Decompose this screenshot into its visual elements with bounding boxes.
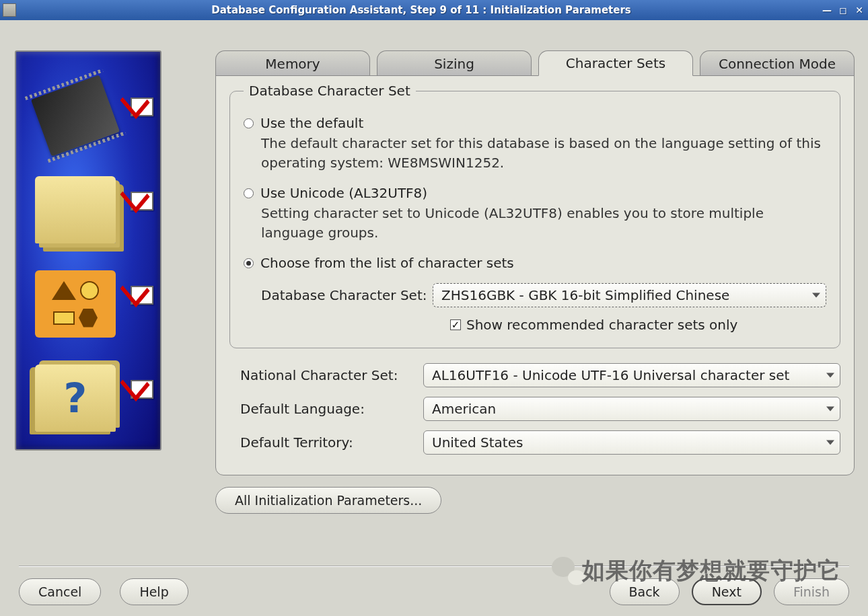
- step-check-icon: [131, 380, 153, 399]
- database-character-set-group: Database Character Set Use the default T…: [229, 83, 840, 348]
- db-charset-select[interactable]: ZHS16GBK - GBK 16-bit Simplified Chinese: [433, 283, 826, 307]
- default-territory-value: United States: [432, 434, 523, 451]
- radio-use-unicode-label: Use Unicode (AL32UTF8): [260, 185, 427, 201]
- radio-use-default-label: Use the default: [260, 115, 363, 131]
- radio-choose-list-label: Choose from the list of character sets: [260, 255, 514, 271]
- radio-choose-list[interactable]: [244, 258, 254, 268]
- tab-character-sets[interactable]: Character Sets: [538, 50, 693, 76]
- footer-separator: [19, 566, 849, 566]
- minimize-button[interactable]: —: [821, 5, 833, 15]
- radio-use-unicode[interactable]: [244, 188, 254, 198]
- app-icon: [3, 3, 16, 17]
- chevron-down-icon: [826, 373, 834, 378]
- tab-connection-mode[interactable]: Connection Mode: [700, 50, 855, 76]
- next-button[interactable]: Next: [692, 578, 762, 605]
- back-button[interactable]: Back: [610, 578, 680, 605]
- use-default-description: The default character set for this datab…: [261, 134, 826, 173]
- step-check-icon: [131, 286, 153, 305]
- window-title: Database Configuration Assistant, Step 9…: [22, 4, 821, 16]
- folders-icon: [35, 176, 116, 243]
- step-check-icon: [131, 192, 153, 210]
- national-charset-label: National Character Set:: [240, 367, 423, 383]
- default-territory-select[interactable]: United States: [423, 430, 840, 455]
- use-unicode-description: Setting character set to Unicode (AL32UT…: [261, 204, 826, 243]
- all-init-params-button[interactable]: All Initialization Parameters...: [215, 487, 441, 514]
- national-charset-select[interactable]: AL16UTF16 - Unicode UTF-16 Universal cha…: [423, 363, 840, 387]
- chevron-down-icon: [826, 407, 834, 412]
- default-language-value: American: [432, 401, 496, 417]
- radio-use-default[interactable]: [244, 118, 254, 128]
- db-charset-value: ZHS16GBK - GBK 16-bit Simplified Chinese: [441, 287, 729, 303]
- main-panel: Memory Sizing Character Sets Connection …: [168, 50, 868, 558]
- show-recommended-label: Show recommended character sets only: [466, 317, 737, 333]
- chevron-down-icon: [826, 440, 834, 445]
- shapes-icon: [35, 270, 116, 338]
- tab-sizing[interactable]: Sizing: [377, 50, 532, 76]
- tab-memory[interactable]: Memory: [215, 50, 370, 76]
- finish-button[interactable]: Finish: [774, 578, 849, 605]
- national-charset-value: AL16UTF16 - Unicode UTF-16 Universal cha…: [432, 367, 789, 383]
- step-check-icon: [131, 98, 153, 116]
- titlebar: Database Configuration Assistant, Step 9…: [0, 0, 868, 20]
- default-language-label: Default Language:: [240, 401, 423, 417]
- chip-icon: [31, 75, 120, 157]
- wizard-sidebar: ?: [0, 50, 168, 558]
- show-recommended-checkbox[interactable]: [450, 319, 461, 330]
- tab-panel-character-sets: Database Character Set Use the default T…: [215, 75, 855, 475]
- close-button[interactable]: ✕: [853, 5, 865, 15]
- default-territory-label: Default Territory:: [240, 434, 423, 451]
- cancel-button[interactable]: Cancel: [19, 578, 101, 605]
- default-language-select[interactable]: American: [423, 397, 840, 421]
- wizard-graphic: ?: [15, 50, 161, 451]
- tab-bar: Memory Sizing Character Sets Connection …: [215, 50, 855, 76]
- chevron-down-icon: [812, 293, 820, 298]
- group-legend: Database Character Set: [244, 83, 416, 99]
- db-charset-label: Database Character Set:: [261, 287, 433, 303]
- wizard-footer: Cancel Help Back Next Finish: [0, 566, 868, 605]
- help-folder-icon: ?: [35, 364, 116, 432]
- maximize-button[interactable]: ◻: [837, 5, 849, 15]
- help-button[interactable]: Help: [120, 578, 188, 605]
